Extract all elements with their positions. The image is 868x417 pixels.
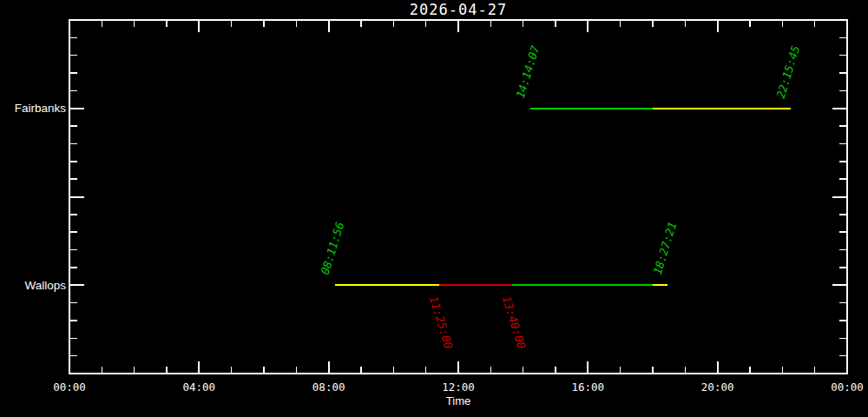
y-tick-minor (839, 249, 846, 251)
y-tick-minor (70, 37, 77, 39)
x-tick-minor (393, 367, 395, 373)
row-label-fairbanks: Fairbanks (0, 102, 66, 116)
x-tick-major (457, 21, 459, 32)
x-tick-minor (360, 21, 362, 27)
x-tick-label: 00:00 (43, 381, 95, 394)
y-tick-minor (839, 231, 846, 233)
pass-segment-wallops-green (512, 284, 653, 286)
x-tick-major (198, 361, 200, 373)
x-tick-label: 00:00 (821, 381, 868, 394)
y-tick-minor (839, 55, 846, 56)
x-tick-minor (231, 367, 233, 373)
x-tick-major (846, 361, 848, 373)
x-tick-minor (749, 367, 751, 373)
y-tick-minor (70, 161, 77, 162)
x-tick-minor (231, 21, 233, 27)
x-tick-minor (685, 367, 687, 373)
y-tick-minor (839, 302, 846, 304)
y-tick-minor (70, 231, 77, 233)
x-tick-minor (523, 21, 524, 27)
y-tick-minor (839, 355, 846, 357)
x-tick-minor (523, 367, 524, 373)
x-tick-minor (134, 367, 135, 373)
y-tick-minor (70, 125, 77, 127)
x-tick-major (69, 21, 70, 32)
y-tick-minor (839, 37, 846, 39)
y-tick-minor (70, 249, 77, 251)
x-tick-minor (102, 21, 103, 27)
y-tick-major (832, 108, 846, 109)
y-tick-minor (839, 72, 846, 74)
y-tick-major (832, 284, 846, 286)
x-tick-label: 12:00 (432, 381, 484, 394)
x-tick-minor (263, 21, 265, 27)
x-tick-major (69, 361, 70, 373)
x-axis-label: Time (406, 394, 510, 407)
y-tick-major (70, 108, 84, 109)
x-tick-minor (360, 367, 362, 373)
y-tick-minor (839, 338, 846, 340)
x-tick-minor (555, 367, 556, 373)
y-tick-minor (70, 355, 77, 357)
x-tick-minor (296, 21, 298, 27)
y-tick-minor (70, 72, 77, 74)
x-tick-major (198, 21, 200, 32)
x-tick-minor (166, 21, 168, 27)
x-tick-minor (620, 21, 621, 27)
y-tick-minor (70, 214, 77, 215)
pass-segment-fairbanks-green (530, 108, 653, 109)
y-tick-minor (839, 267, 846, 268)
x-tick-major (457, 361, 459, 373)
y-tick-minor (839, 90, 846, 92)
x-tick-minor (393, 21, 395, 27)
x-tick-minor (263, 367, 265, 373)
y-tick-minor (70, 90, 77, 92)
x-tick-label: 08:00 (303, 381, 355, 394)
y-tick-major (832, 196, 846, 198)
x-tick-minor (134, 21, 135, 27)
x-tick-minor (782, 21, 784, 27)
x-tick-minor (425, 21, 427, 27)
y-tick-minor (70, 302, 77, 304)
y-tick-minor (70, 178, 77, 180)
x-tick-minor (749, 21, 751, 27)
chart-title: 2026-04-27 (328, 1, 589, 18)
y-tick-major (70, 284, 84, 286)
x-tick-minor (296, 367, 298, 373)
x-tick-minor (425, 367, 427, 373)
y-tick-minor (70, 320, 77, 321)
x-tick-minor (102, 367, 103, 373)
y-tick-minor (70, 267, 77, 268)
x-tick-minor (814, 21, 816, 27)
y-tick-minor (70, 373, 77, 374)
y-tick-minor (70, 143, 77, 145)
x-tick-minor (685, 21, 687, 27)
x-tick-minor (490, 21, 492, 27)
x-tick-label: 16:00 (562, 381, 614, 394)
pass-segment-wallops-yellow (335, 284, 439, 286)
y-tick-minor (839, 214, 846, 215)
plot-area (69, 19, 848, 374)
y-tick-minor (839, 373, 846, 374)
y-tick-minor (839, 161, 846, 162)
y-tick-minor (839, 320, 846, 321)
x-tick-minor (782, 367, 784, 373)
row-label-wallops: Wallops (0, 279, 66, 293)
x-tick-label: 04:00 (173, 381, 225, 394)
y-tick-minor (70, 338, 77, 340)
y-tick-minor (839, 178, 846, 180)
x-tick-label: 20:00 (692, 381, 744, 394)
x-tick-minor (652, 367, 654, 373)
pass-schedule-chart: 2026-04-27 Fairbanks Wallops Time 00:000… (0, 0, 868, 417)
y-tick-minor (70, 19, 77, 21)
x-tick-major (846, 21, 848, 32)
x-tick-minor (652, 21, 654, 27)
pass-segment-wallops-yellow (653, 284, 667, 286)
x-tick-major (717, 21, 719, 32)
x-tick-major (328, 361, 330, 373)
y-tick-minor (839, 143, 846, 145)
pass-segment-fairbanks-yellow (653, 108, 791, 109)
y-tick-major (70, 196, 84, 198)
x-tick-minor (490, 367, 492, 373)
y-tick-minor (839, 19, 846, 21)
